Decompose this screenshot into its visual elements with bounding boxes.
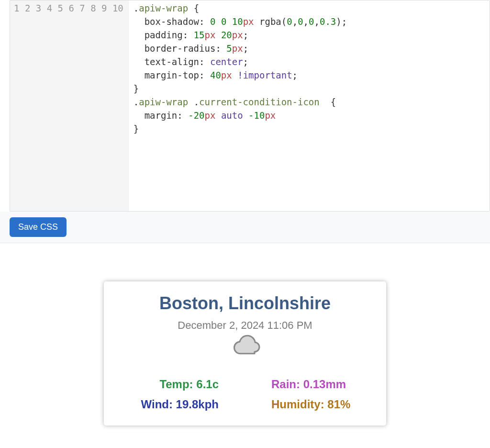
wind-value: Wind: 19.8kph	[135, 398, 219, 411]
temp-value: Temp: 6.1c	[135, 378, 219, 391]
cloud-icon	[226, 328, 264, 368]
save-css-button[interactable]: Save CSS	[10, 217, 67, 237]
rain-value: Rain: 0.13mm	[271, 378, 355, 391]
weather-widget: Boston, Lincolnshire December 2, 2024 11…	[104, 281, 386, 426]
weather-data-grid: Temp: 6.1c Rain: 0.13mm Wind: 19.8kph Hu…	[135, 378, 355, 411]
weather-location: Boston, Lincolnshire	[113, 293, 377, 314]
preview-area: Boston, Lincolnshire December 2, 2024 11…	[0, 262, 490, 448]
humidity-value: Humidity: 81%	[271, 398, 355, 411]
code-content[interactable]: .apiw-wrap { box-shadow: 0 0 10px rgba(0…	[129, 0, 347, 211]
save-row: Save CSS	[0, 212, 490, 243]
css-editor-panel: 1 2 3 4 5 6 7 8 9 10 .apiw-wrap { box-sh…	[10, 0, 490, 212]
line-number-gutter: 1 2 3 4 5 6 7 8 9 10	[10, 0, 129, 211]
code-area[interactable]: 1 2 3 4 5 6 7 8 9 10 .apiw-wrap { box-sh…	[10, 0, 490, 211]
